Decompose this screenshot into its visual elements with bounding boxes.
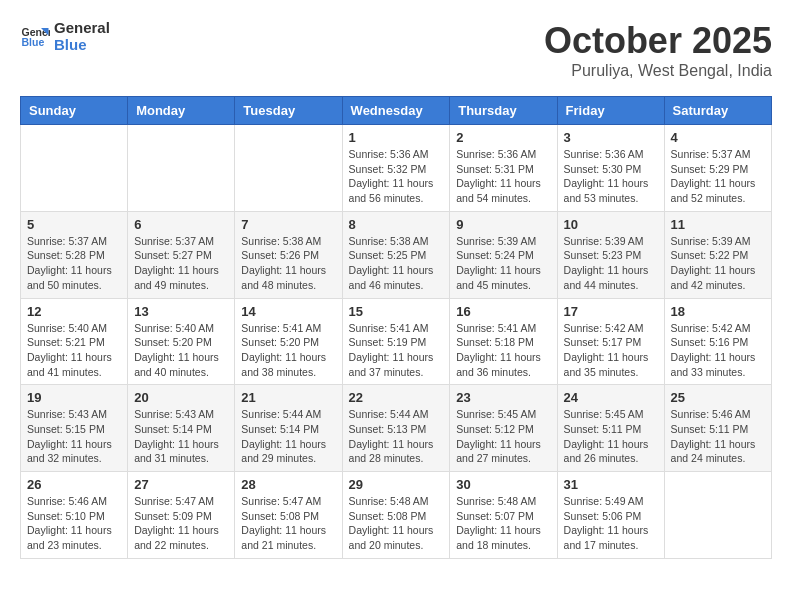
day-number: 20 [134, 390, 228, 405]
day-info: Sunrise: 5:36 AMSunset: 5:31 PMDaylight:… [456, 147, 550, 206]
svg-text:Blue: Blue [22, 36, 45, 48]
day-number: 4 [671, 130, 765, 145]
day-cell: 29Sunrise: 5:48 AMSunset: 5:08 PMDayligh… [342, 472, 450, 559]
day-number: 11 [671, 217, 765, 232]
col-monday: Monday [128, 97, 235, 125]
day-number: 13 [134, 304, 228, 319]
day-info: Sunrise: 5:37 AMSunset: 5:29 PMDaylight:… [671, 147, 765, 206]
day-cell: 26Sunrise: 5:46 AMSunset: 5:10 PMDayligh… [21, 472, 128, 559]
day-info: Sunrise: 5:44 AMSunset: 5:13 PMDaylight:… [349, 407, 444, 466]
day-number: 17 [564, 304, 658, 319]
day-number: 5 [27, 217, 121, 232]
title-area: October 2025 Puruliya, West Bengal, Indi… [544, 20, 772, 80]
day-info: Sunrise: 5:41 AMSunset: 5:20 PMDaylight:… [241, 321, 335, 380]
day-info: Sunrise: 5:47 AMSunset: 5:09 PMDaylight:… [134, 494, 228, 553]
day-info: Sunrise: 5:38 AMSunset: 5:25 PMDaylight:… [349, 234, 444, 293]
day-number: 14 [241, 304, 335, 319]
day-info: Sunrise: 5:48 AMSunset: 5:08 PMDaylight:… [349, 494, 444, 553]
day-info: Sunrise: 5:39 AMSunset: 5:23 PMDaylight:… [564, 234, 658, 293]
day-number: 3 [564, 130, 658, 145]
day-number: 26 [27, 477, 121, 492]
day-info: Sunrise: 5:45 AMSunset: 5:11 PMDaylight:… [564, 407, 658, 466]
day-info: Sunrise: 5:39 AMSunset: 5:24 PMDaylight:… [456, 234, 550, 293]
day-number: 30 [456, 477, 550, 492]
day-cell [21, 125, 128, 212]
day-number: 16 [456, 304, 550, 319]
day-cell: 13Sunrise: 5:40 AMSunset: 5:20 PMDayligh… [128, 298, 235, 385]
day-info: Sunrise: 5:41 AMSunset: 5:18 PMDaylight:… [456, 321, 550, 380]
day-cell: 11Sunrise: 5:39 AMSunset: 5:22 PMDayligh… [664, 211, 771, 298]
week-row-3: 12Sunrise: 5:40 AMSunset: 5:21 PMDayligh… [21, 298, 772, 385]
day-info: Sunrise: 5:37 AMSunset: 5:28 PMDaylight:… [27, 234, 121, 293]
day-number: 22 [349, 390, 444, 405]
day-info: Sunrise: 5:48 AMSunset: 5:07 PMDaylight:… [456, 494, 550, 553]
day-cell [235, 125, 342, 212]
col-tuesday: Tuesday [235, 97, 342, 125]
day-cell: 9Sunrise: 5:39 AMSunset: 5:24 PMDaylight… [450, 211, 557, 298]
day-number: 7 [241, 217, 335, 232]
day-number: 25 [671, 390, 765, 405]
logo: General Blue General Blue [20, 20, 110, 53]
day-cell: 14Sunrise: 5:41 AMSunset: 5:20 PMDayligh… [235, 298, 342, 385]
day-info: Sunrise: 5:46 AMSunset: 5:11 PMDaylight:… [671, 407, 765, 466]
day-number: 28 [241, 477, 335, 492]
day-number: 8 [349, 217, 444, 232]
day-info: Sunrise: 5:39 AMSunset: 5:22 PMDaylight:… [671, 234, 765, 293]
day-cell: 5Sunrise: 5:37 AMSunset: 5:28 PMDaylight… [21, 211, 128, 298]
col-saturday: Saturday [664, 97, 771, 125]
day-number: 1 [349, 130, 444, 145]
day-number: 6 [134, 217, 228, 232]
day-cell: 23Sunrise: 5:45 AMSunset: 5:12 PMDayligh… [450, 385, 557, 472]
day-info: Sunrise: 5:42 AMSunset: 5:16 PMDaylight:… [671, 321, 765, 380]
day-info: Sunrise: 5:45 AMSunset: 5:12 PMDaylight:… [456, 407, 550, 466]
day-number: 10 [564, 217, 658, 232]
day-cell: 10Sunrise: 5:39 AMSunset: 5:23 PMDayligh… [557, 211, 664, 298]
day-cell: 7Sunrise: 5:38 AMSunset: 5:26 PMDaylight… [235, 211, 342, 298]
week-row-1: 1Sunrise: 5:36 AMSunset: 5:32 PMDaylight… [21, 125, 772, 212]
col-thursday: Thursday [450, 97, 557, 125]
col-wednesday: Wednesday [342, 97, 450, 125]
day-number: 19 [27, 390, 121, 405]
day-info: Sunrise: 5:49 AMSunset: 5:06 PMDaylight:… [564, 494, 658, 553]
logo-general: General [54, 20, 110, 37]
day-number: 15 [349, 304, 444, 319]
day-number: 23 [456, 390, 550, 405]
day-cell: 16Sunrise: 5:41 AMSunset: 5:18 PMDayligh… [450, 298, 557, 385]
day-number: 12 [27, 304, 121, 319]
day-cell: 6Sunrise: 5:37 AMSunset: 5:27 PMDaylight… [128, 211, 235, 298]
day-cell: 12Sunrise: 5:40 AMSunset: 5:21 PMDayligh… [21, 298, 128, 385]
week-row-5: 26Sunrise: 5:46 AMSunset: 5:10 PMDayligh… [21, 472, 772, 559]
calendar: Sunday Monday Tuesday Wednesday Thursday… [20, 96, 772, 559]
day-number: 21 [241, 390, 335, 405]
day-cell: 19Sunrise: 5:43 AMSunset: 5:15 PMDayligh… [21, 385, 128, 472]
day-info: Sunrise: 5:40 AMSunset: 5:20 PMDaylight:… [134, 321, 228, 380]
day-info: Sunrise: 5:43 AMSunset: 5:15 PMDaylight:… [27, 407, 121, 466]
day-info: Sunrise: 5:41 AMSunset: 5:19 PMDaylight:… [349, 321, 444, 380]
day-cell: 24Sunrise: 5:45 AMSunset: 5:11 PMDayligh… [557, 385, 664, 472]
day-cell: 31Sunrise: 5:49 AMSunset: 5:06 PMDayligh… [557, 472, 664, 559]
day-cell: 2Sunrise: 5:36 AMSunset: 5:31 PMDaylight… [450, 125, 557, 212]
day-cell: 17Sunrise: 5:42 AMSunset: 5:17 PMDayligh… [557, 298, 664, 385]
subtitle: Puruliya, West Bengal, India [544, 62, 772, 80]
header: General Blue General Blue October 2025 P… [20, 20, 772, 80]
day-number: 9 [456, 217, 550, 232]
month-title: October 2025 [544, 20, 772, 62]
header-row: Sunday Monday Tuesday Wednesday Thursday… [21, 97, 772, 125]
day-info: Sunrise: 5:38 AMSunset: 5:26 PMDaylight:… [241, 234, 335, 293]
day-cell: 4Sunrise: 5:37 AMSunset: 5:29 PMDaylight… [664, 125, 771, 212]
day-cell: 20Sunrise: 5:43 AMSunset: 5:14 PMDayligh… [128, 385, 235, 472]
day-number: 29 [349, 477, 444, 492]
day-info: Sunrise: 5:36 AMSunset: 5:30 PMDaylight:… [564, 147, 658, 206]
day-info: Sunrise: 5:44 AMSunset: 5:14 PMDaylight:… [241, 407, 335, 466]
day-number: 18 [671, 304, 765, 319]
week-row-2: 5Sunrise: 5:37 AMSunset: 5:28 PMDaylight… [21, 211, 772, 298]
day-cell: 8Sunrise: 5:38 AMSunset: 5:25 PMDaylight… [342, 211, 450, 298]
day-info: Sunrise: 5:42 AMSunset: 5:17 PMDaylight:… [564, 321, 658, 380]
day-info: Sunrise: 5:36 AMSunset: 5:32 PMDaylight:… [349, 147, 444, 206]
day-cell: 21Sunrise: 5:44 AMSunset: 5:14 PMDayligh… [235, 385, 342, 472]
day-info: Sunrise: 5:46 AMSunset: 5:10 PMDaylight:… [27, 494, 121, 553]
day-cell [664, 472, 771, 559]
col-sunday: Sunday [21, 97, 128, 125]
day-cell: 27Sunrise: 5:47 AMSunset: 5:09 PMDayligh… [128, 472, 235, 559]
day-number: 24 [564, 390, 658, 405]
